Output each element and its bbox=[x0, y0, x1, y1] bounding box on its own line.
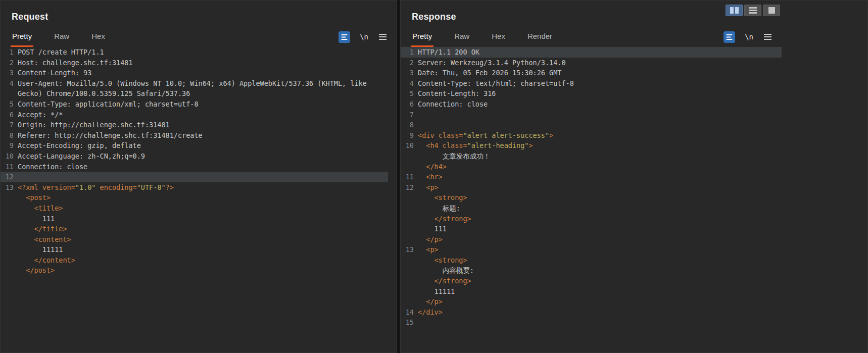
line-number bbox=[401, 286, 418, 297]
code-line[interactable]: 14</div> bbox=[401, 307, 782, 318]
code-line[interactable]: </title> bbox=[1, 224, 388, 234]
code-line[interactable]: 10Accept-Language: zh-CN,zh;q=0.9 bbox=[1, 151, 388, 162]
code-line[interactable]: 6Connection: close bbox=[401, 99, 782, 110]
code-line[interactable]: 7 bbox=[401, 110, 782, 120]
code-line[interactable]: 8Referer: http://challenge.shc.tf:31481/… bbox=[1, 130, 388, 141]
line-number bbox=[1, 265, 18, 276]
code-line[interactable]: 12 bbox=[1, 172, 388, 182]
line-number: 8 bbox=[401, 120, 418, 130]
line-number: 9 bbox=[401, 130, 418, 141]
request-panel: Request PrettyRawHex \n 1POST / bbox=[0, 0, 397, 353]
line-number: 4 bbox=[1, 78, 18, 89]
tab-hex[interactable]: Hex bbox=[90, 27, 107, 47]
line-number: 7 bbox=[401, 110, 418, 120]
code-line[interactable]: 15 bbox=[401, 317, 782, 328]
line-number: 4 bbox=[401, 78, 418, 89]
tab-render[interactable]: Render bbox=[526, 27, 554, 47]
code-line[interactable]: 11111 bbox=[401, 286, 782, 297]
code-text: Content-Type: text/html; charset=utf-8 bbox=[418, 78, 574, 89]
split-columns-view-button[interactable] bbox=[726, 5, 743, 16]
syntax-highlighting-icon[interactable] bbox=[724, 31, 735, 43]
code-line[interactable]: </post> bbox=[1, 265, 388, 276]
code-line[interactable]: 1POST /create HTTP/1.1 bbox=[1, 47, 388, 58]
code-line[interactable]: 2Host: challenge.shc.tf:31481 bbox=[1, 58, 388, 68]
line-number: 12 bbox=[1, 172, 18, 182]
code-line[interactable]: 7Origin: http://challenge.shc.tf:31481 bbox=[1, 120, 388, 130]
code-text: Content-Type: application/xml; charset=u… bbox=[18, 99, 199, 110]
line-number: 2 bbox=[1, 58, 18, 68]
request-editor[interactable]: 1POST /create HTTP/1.12Host: challenge.s… bbox=[1, 47, 397, 276]
code-line[interactable]: 4Content-Type: text/html; charset=utf-8 bbox=[401, 78, 782, 89]
code-line[interactable]: <strong> bbox=[401, 192, 782, 203]
code-line[interactable]: 2Server: Werkzeug/3.1.4 Python/3.14.0 bbox=[401, 58, 782, 68]
code-text: Accept-Language: zh-CN,zh;q=0.9 bbox=[18, 151, 145, 162]
line-number: 1 bbox=[1, 47, 18, 58]
code-line[interactable]: </strong> bbox=[401, 214, 782, 224]
menu-icon[interactable] bbox=[763, 33, 773, 41]
code-text: Date: Thu, 05 Feb 2026 15:30:26 GMT bbox=[418, 68, 561, 78]
code-line[interactable]: 3Date: Thu, 05 Feb 2026 15:30:26 GMT bbox=[401, 68, 782, 78]
line-number: 1 bbox=[401, 47, 418, 58]
code-line[interactable]: <title> bbox=[1, 203, 388, 214]
line-number: 6 bbox=[1, 110, 18, 120]
code-line[interactable]: 111 bbox=[1, 214, 388, 224]
newline-toggle-button[interactable]: \n bbox=[745, 33, 753, 41]
tab-pretty[interactable]: Pretty bbox=[11, 27, 33, 47]
code-text: 内容概要: bbox=[418, 265, 474, 276]
code-line[interactable]: 13<?xml version="1.0" encoding="UTF-8"?> bbox=[1, 182, 388, 193]
code-line[interactable]: 9Accept-Encoding: gzip, deflate bbox=[1, 140, 388, 151]
tab-raw[interactable]: Raw bbox=[53, 27, 71, 47]
code-line[interactable]: </content> bbox=[1, 255, 388, 266]
code-text: Referer: http://challenge.shc.tf:31481/c… bbox=[18, 130, 203, 141]
request-panel-title: Request bbox=[1, 1, 397, 27]
code-line[interactable]: 8 bbox=[401, 120, 782, 130]
line-number bbox=[1, 244, 18, 255]
code-line[interactable]: <content> bbox=[1, 234, 388, 245]
code-text: </h4> bbox=[418, 162, 447, 172]
code-line[interactable]: <strong> bbox=[401, 255, 782, 266]
code-line[interactable]: 内容概要: bbox=[401, 265, 782, 276]
code-line[interactable]: Gecko) Chrome/108.0.5359.125 Safari/537.… bbox=[1, 88, 388, 99]
code-line[interactable]: 11 <hr> bbox=[401, 172, 782, 182]
code-line[interactable]: 5Content-Type: application/xml; charset=… bbox=[1, 99, 388, 110]
code-text: Connection: close bbox=[418, 99, 488, 110]
code-line[interactable]: 111 bbox=[401, 224, 782, 234]
code-text: <h4 class="alert-heading"> bbox=[418, 140, 533, 151]
code-line[interactable]: 9<div class="alert alert-success"> bbox=[401, 130, 782, 141]
line-number bbox=[401, 214, 418, 224]
code-line[interactable]: 标题: bbox=[401, 203, 782, 214]
code-line[interactable]: 10 <h4 class="alert-heading"> bbox=[401, 140, 782, 151]
response-editor[interactable]: 1HTTP/1.1 200 OK2Server: Werkzeug/3.1.4 … bbox=[401, 47, 782, 328]
code-line[interactable]: 文章发布成功！ bbox=[401, 151, 782, 162]
code-line[interactable]: 1HTTP/1.1 200 OK bbox=[401, 47, 782, 58]
newline-toggle-button[interactable]: \n bbox=[360, 33, 368, 41]
line-number: 11 bbox=[401, 172, 418, 182]
code-line[interactable]: 5Content-Length: 316 bbox=[401, 88, 782, 99]
code-line[interactable]: </p> bbox=[401, 234, 782, 245]
code-line[interactable]: 12 <p> bbox=[401, 182, 782, 193]
tab-pretty[interactable]: Pretty bbox=[411, 27, 433, 47]
code-line[interactable]: 11Connection: close bbox=[1, 162, 388, 172]
code-line[interactable]: 13 <p> bbox=[401, 244, 782, 255]
line-number bbox=[401, 151, 418, 162]
single-pane-view-button[interactable] bbox=[763, 5, 780, 16]
code-text: </p> bbox=[418, 296, 443, 307]
code-line[interactable]: <post> bbox=[1, 192, 388, 203]
menu-icon[interactable] bbox=[378, 33, 388, 41]
line-number: 5 bbox=[1, 99, 18, 110]
tab-raw[interactable]: Raw bbox=[453, 27, 471, 47]
tab-hex[interactable]: Hex bbox=[490, 27, 507, 47]
syntax-highlighting-icon[interactable] bbox=[339, 31, 350, 43]
code-line[interactable]: </p> bbox=[401, 296, 782, 307]
code-line[interactable]: 4User-Agent: Mozilla/5.0 (Windows NT 10.… bbox=[1, 78, 388, 89]
line-number: 7 bbox=[1, 120, 18, 130]
code-line[interactable]: 11111 bbox=[1, 244, 388, 255]
line-number bbox=[1, 203, 18, 214]
code-line[interactable]: 6Accept: */* bbox=[1, 110, 388, 120]
code-text: </content> bbox=[18, 255, 75, 266]
split-rows-view-button[interactable] bbox=[744, 5, 761, 16]
line-number bbox=[1, 234, 18, 245]
code-line[interactable]: </h4> bbox=[401, 162, 782, 172]
code-line[interactable]: </strong> bbox=[401, 276, 782, 286]
code-line[interactable]: 3Content-Length: 93 bbox=[1, 68, 388, 78]
